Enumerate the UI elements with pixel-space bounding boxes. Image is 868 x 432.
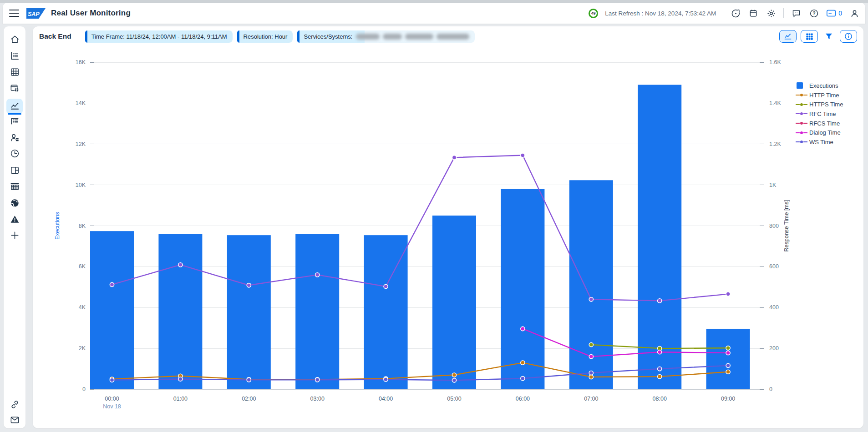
legend-item-ws-time[interactable]: WS Time <box>796 137 843 147</box>
data-point[interactable] <box>110 282 114 286</box>
info-button[interactable] <box>840 30 857 43</box>
sidebar-item-detail-list[interactable] <box>6 114 23 130</box>
bar-02:00[interactable] <box>227 235 271 389</box>
svg-text:0: 0 <box>82 386 86 392</box>
data-point[interactable] <box>178 377 183 381</box>
executions-response-time-chart: 002K2004K4006K6008K80010K1K12K1.2K14K1.4… <box>33 45 863 428</box>
data-point[interactable] <box>521 153 525 157</box>
filter-toolbar: Back End Time Frame: 11/18/24, 12:00AM -… <box>33 26 863 46</box>
menu-hamburger-icon[interactable] <box>9 10 19 17</box>
data-point[interactable] <box>589 342 593 347</box>
sidebar-item-alerts[interactable] <box>6 212 23 228</box>
data-point[interactable] <box>521 361 525 365</box>
left-axis-title: Executions <box>54 212 61 240</box>
bar-06:00[interactable] <box>501 189 544 389</box>
sidebar-item-web-pages[interactable] <box>6 81 23 97</box>
data-point[interactable] <box>658 375 662 379</box>
sidebar-item-data-table[interactable] <box>6 179 23 195</box>
svg-text:2K: 2K <box>79 345 86 352</box>
sidebar-item-history[interactable] <box>6 146 23 162</box>
data-point[interactable] <box>589 375 593 379</box>
settings-gear-icon[interactable] <box>766 8 777 19</box>
data-point[interactable] <box>110 378 114 382</box>
last-refresh-text: Last Refresh : Nov 18, 2024, 7:53:42 AM <box>605 10 716 17</box>
legend-label: HTTP Time <box>809 92 839 99</box>
sap-logo[interactable]: SAP <box>26 8 46 19</box>
redacted-values <box>356 34 469 40</box>
data-point[interactable] <box>178 263 183 267</box>
chart-legend: ExecutionsHTTP TimeHTTPS TimeRFC TimeRFC… <box>796 81 843 147</box>
legend-item-dialog-time[interactable]: Dialog Time <box>796 128 843 137</box>
legend-item-rfcs-time[interactable]: RFCS Time <box>796 119 843 128</box>
legend-item-executions[interactable]: Executions <box>796 81 843 90</box>
filter-chip-label: Services/Systems: <box>304 33 352 40</box>
data-point[interactable] <box>726 346 730 350</box>
notification-count: 0 <box>838 10 842 17</box>
filter-chip-1[interactable]: Resolution: Hour <box>237 30 293 43</box>
data-point[interactable] <box>521 327 525 331</box>
sidebar-item-analysis-list[interactable] <box>6 49 23 64</box>
target-icon[interactable] <box>730 8 741 19</box>
data-point[interactable] <box>521 377 525 381</box>
user-profile-icon[interactable] <box>849 8 860 19</box>
filter-chip-2[interactable]: Services/Systems: <box>297 30 475 43</box>
link-icon <box>10 399 20 412</box>
data-point[interactable] <box>658 367 662 371</box>
sidebar-item-line-chart[interactable] <box>6 99 23 114</box>
bar-01:00[interactable] <box>158 234 202 389</box>
data-point[interactable] <box>726 292 730 296</box>
sidebar-item-users[interactable] <box>6 131 23 146</box>
sidebar-item-grid-board[interactable] <box>6 65 23 80</box>
svg-text:14K: 14K <box>76 100 86 106</box>
executions-bars <box>90 85 750 389</box>
data-point[interactable] <box>247 283 251 287</box>
bar-00:00[interactable] <box>90 231 134 389</box>
data-point[interactable] <box>589 355 593 359</box>
refresh-countdown-badge[interactable]: 49 <box>589 9 598 18</box>
bar-08:00[interactable] <box>638 85 681 389</box>
data-point[interactable] <box>589 297 593 301</box>
notifications-card-icon[interactable]: 0 <box>826 9 842 17</box>
mail-icon <box>10 415 20 427</box>
page-title: Real User Monitoring <box>51 9 131 18</box>
feedback-chat-icon[interactable] <box>791 8 802 19</box>
legend-item-http-time[interactable]: HTTP Time <box>796 90 843 100</box>
legend-item-https-time[interactable]: HTTPS Time <box>796 100 843 109</box>
filter-chip-label: Time Frame: 11/18/24, 12:00AM - 11/18/24… <box>91 33 227 40</box>
sidebar-item-home[interactable] <box>6 32 23 48</box>
data-point[interactable] <box>384 284 388 288</box>
data-point[interactable] <box>315 273 320 277</box>
svg-text:05:00: 05:00 <box>447 396 461 402</box>
sidebar-item-mail[interactable] <box>6 413 23 428</box>
svg-text:1K: 1K <box>769 182 777 188</box>
bar-03:00[interactable] <box>295 234 339 389</box>
data-point[interactable] <box>658 350 662 354</box>
sidebar-item-globe[interactable] <box>6 196 23 211</box>
legend-label: RFCS Time <box>809 120 840 127</box>
data-point[interactable] <box>452 378 456 382</box>
calendar-icon[interactable] <box>748 8 759 19</box>
data-point[interactable] <box>315 378 320 382</box>
table-view-button[interactable] <box>801 30 818 43</box>
filter-chip-0[interactable]: Time Frame: 11/18/24, 12:00AM - 11/18/24… <box>85 30 233 43</box>
bar-09:00[interactable] <box>706 329 750 389</box>
data-point[interactable] <box>452 156 456 160</box>
layout-icon <box>10 165 20 177</box>
sidebar-item-add[interactable] <box>6 228 23 244</box>
help-icon[interactable]: ? <box>808 8 819 19</box>
bar-05:00[interactable] <box>432 216 476 389</box>
data-point[interactable] <box>726 351 730 355</box>
filter-button[interactable] <box>822 30 836 43</box>
data-point[interactable] <box>726 363 730 367</box>
data-point[interactable] <box>384 377 388 382</box>
data-point[interactable] <box>658 299 662 303</box>
sidebar-item-share-link[interactable] <box>6 397 23 413</box>
svg-text:?: ? <box>812 11 815 16</box>
data-point[interactable] <box>452 373 456 377</box>
sidebar-item-layout[interactable] <box>6 163 23 179</box>
chart-view-button[interactable] <box>779 30 797 43</box>
data-point[interactable] <box>589 371 593 375</box>
data-point[interactable] <box>726 370 730 374</box>
data-point[interactable] <box>247 378 251 382</box>
legend-item-rfc-time[interactable]: RFC Time <box>796 109 843 119</box>
